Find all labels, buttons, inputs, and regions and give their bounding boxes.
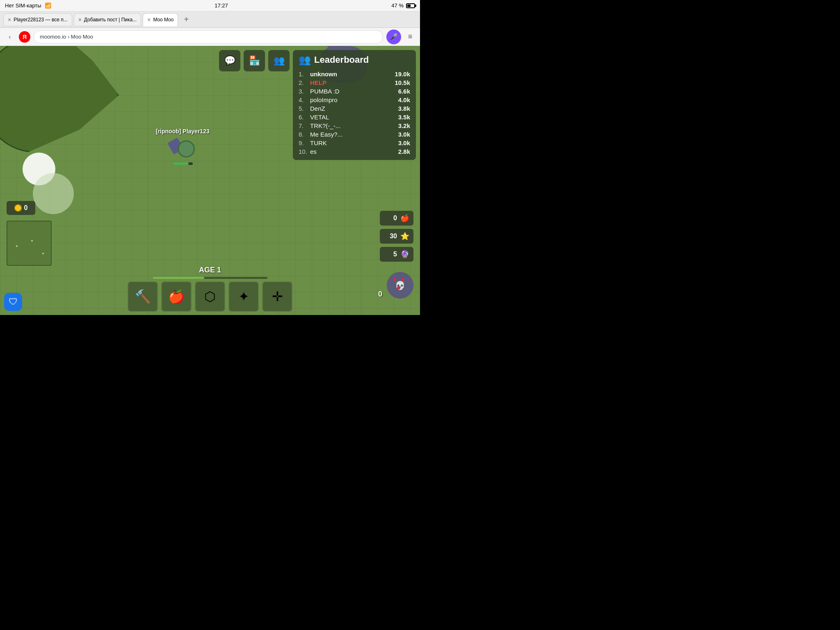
lb-score-7: 3.2k: [392, 122, 410, 129]
leaderboard-rows: 1.unknown19.0k2.HELP10.5k3.PUMBA :D6.6k4…: [299, 70, 410, 156]
menu-button[interactable]: ≡: [404, 31, 416, 43]
minimap: [7, 221, 52, 266]
leaderboard-row-9: 9.TURK3.0k: [299, 139, 410, 147]
chat-button[interactable]: 💬: [219, 50, 240, 71]
lb-score-2: 10.5k: [392, 79, 410, 86]
minimap-dot-3: [42, 253, 44, 254]
lb-name-9: TURK: [310, 139, 392, 146]
leaderboard-row-10: 10.es2.8k: [299, 147, 410, 156]
tab-label-2: Добавить пост | Пика...: [84, 17, 137, 23]
apple-count: 0: [393, 215, 397, 222]
status-left: Нет SIM-карты 📶: [5, 2, 51, 9]
shop-button[interactable]: 🏪: [244, 50, 265, 71]
tab-moomoo[interactable]: × Moo Moo: [143, 13, 178, 26]
address-bar: ‹ Я 🎤 ≡: [0, 28, 420, 46]
time-display: 17:27: [215, 2, 228, 9]
tab-pikabu[interactable]: × Добавить пост | Пика...: [74, 13, 142, 26]
lb-name-10: es: [310, 148, 392, 155]
gem-icon: 🔮: [400, 250, 409, 259]
lb-name-7: TRK?(-_-...: [310, 122, 392, 129]
players-button[interactable]: 👥: [268, 50, 290, 71]
lb-rank-2: 2.: [299, 79, 310, 86]
lb-score-4: 4.0k: [392, 96, 410, 103]
leaderboard-row-8: 8.Me Easy?...3.0k: [299, 130, 410, 139]
url-input[interactable]: [34, 30, 383, 43]
leaderboard-row-7: 7.TRK?(-_-...3.2k: [299, 121, 410, 130]
toolbar-icons: 💬 🏪 👥: [219, 50, 290, 71]
lb-rank-10: 10.: [299, 148, 310, 155]
lb-rank-7: 7.: [299, 122, 310, 129]
tab-player228123[interactable]: × Player228123 — все п...: [3, 13, 72, 26]
player-area: [ripnoob] Player123: [156, 128, 210, 165]
shield-icon: 🛡: [9, 297, 18, 307]
lb-rank-3: 3.: [299, 88, 310, 95]
lb-rank-8: 8.: [299, 131, 310, 138]
tab-label-3: Moo Moo: [153, 17, 173, 23]
gem-counter: 5 🔮: [380, 247, 413, 262]
gold-counter: 0: [7, 201, 35, 215]
star-count: 30: [390, 233, 397, 240]
lb-rank-5: 5.: [299, 105, 310, 112]
player-sprite: [168, 136, 197, 161]
xp-bar-fill: [153, 277, 204, 279]
item-slot-4[interactable]: ✦: [228, 281, 259, 312]
status-bar: Нет SIM-карты 📶 17:27 47 %: [0, 0, 420, 11]
star-counter: 30 ⭐: [380, 229, 413, 244]
add-tab-button[interactable]: +: [180, 13, 193, 26]
item-slot-2[interactable]: 🍎: [161, 281, 192, 312]
tab-close-2[interactable]: ×: [78, 16, 82, 23]
lb-score-1: 19.0k: [392, 71, 410, 78]
lb-name-3: PUMBA :D: [310, 88, 392, 95]
leaderboard-row-2: 2.HELP10.5k: [299, 78, 410, 87]
leaderboard-header: 👥 Leaderboard: [299, 54, 410, 66]
bottom-hud: AGE 1 🔨🍎⬡✦✛: [0, 266, 420, 315]
item-slot-5[interactable]: ✛: [262, 281, 292, 312]
lb-rank-6: 6.: [299, 114, 310, 121]
lb-score-9: 3.0k: [392, 139, 410, 146]
battery-label: 47 %: [391, 2, 404, 9]
lb-name-5: DenZ: [310, 105, 392, 112]
gold-value: 0: [24, 204, 28, 212]
item-slot-1[interactable]: 🔨: [128, 281, 158, 312]
gem-count: 5: [393, 251, 397, 258]
lb-score-3: 6.6k: [392, 88, 410, 95]
mic-button[interactable]: 🎤: [386, 30, 401, 44]
tab-close-3[interactable]: ×: [147, 16, 151, 23]
tab-close-1[interactable]: ×: [8, 16, 11, 23]
xp-bar: [153, 277, 267, 279]
lb-rank-4: 4.: [299, 96, 310, 103]
status-right: 47 %: [391, 2, 415, 9]
lb-score-5: 3.8k: [392, 105, 410, 112]
back-button[interactable]: ‹: [4, 31, 16, 43]
lb-score-6: 3.5k: [392, 114, 410, 121]
player-body: [178, 140, 195, 158]
apple-counter: 0 🍎: [380, 211, 413, 226]
minimap-dot-2: [31, 240, 33, 242]
lb-rank-9: 9.: [299, 139, 310, 146]
player-hp-fill: [172, 162, 189, 165]
security-badge[interactable]: 🛡: [4, 293, 22, 311]
star-icon: ⭐: [400, 232, 409, 241]
leaderboard-row-4: 4.poloImpro4.0k: [299, 96, 410, 104]
leaderboard-row-3: 3.PUMBA :D6.6k: [299, 87, 410, 96]
battery-icon: [406, 3, 415, 8]
territory-shape: [0, 46, 119, 153]
chat-icon: 💬: [224, 55, 235, 66]
right-counters: 0 🍎 30 ⭐ 5 🔮: [380, 211, 413, 262]
lb-score-10: 2.8k: [392, 148, 410, 155]
lb-name-8: Me Easy?...: [310, 131, 392, 138]
leaderboard-icon: 👥: [299, 54, 311, 66]
resource-circle-2: [33, 173, 74, 214]
player-name: [ripnoob] Player123: [156, 128, 210, 135]
item-slot-3[interactable]: ⬡: [195, 281, 225, 312]
lb-score-8: 3.0k: [392, 131, 410, 138]
game-area: 💬 🏪 👥 👥 Leaderboard 1.unknown19.0k2.HELP…: [0, 46, 420, 315]
leaderboard-row-1: 1.unknown19.0k: [299, 70, 410, 78]
age-label: AGE 1: [199, 266, 221, 274]
lb-name-6: VETAL: [310, 114, 392, 121]
item-bar: 🔨🍎⬡✦✛: [128, 281, 292, 312]
wifi-icon: 📶: [45, 2, 51, 9]
leaderboard-row-6: 6.VETAL3.5k: [299, 113, 410, 121]
gold-coin-icon: [14, 204, 22, 212]
carrier-label: Нет SIM-карты: [5, 2, 41, 9]
